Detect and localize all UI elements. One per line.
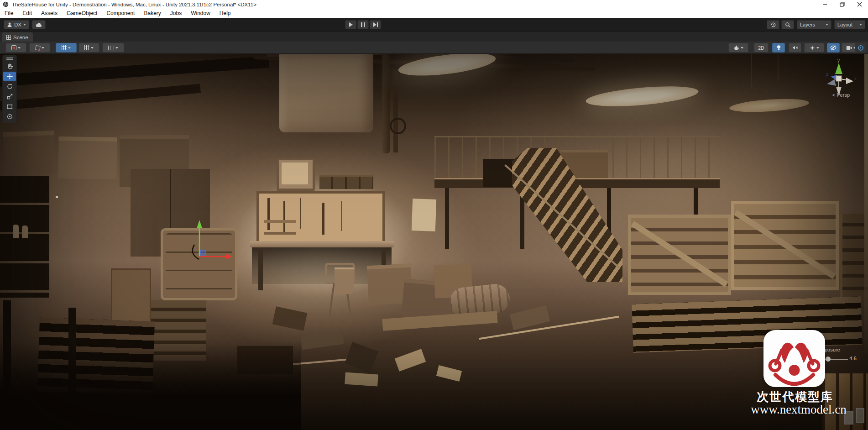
debug-validate-dropdown[interactable] [728, 43, 748, 52]
scene-lit-wall-edge [864, 54, 868, 357]
gizmo-plane-handle[interactable] [200, 250, 205, 255]
lightmap-preview-dropdown[interactable] [78, 43, 99, 52]
layers-label: Layers [800, 22, 815, 27]
window-title: TheSafeHouse for Unity - Demonstration -… [12, 2, 256, 7]
2d-toggle[interactable]: 2D [754, 43, 769, 52]
tool-strip-handle[interactable] [6, 58, 13, 60]
scene-lighting-toggle[interactable] [772, 43, 785, 52]
step-button[interactable] [370, 20, 381, 29]
account-dropdown[interactable]: DX [4, 20, 29, 29]
scene-debris [510, 305, 550, 330]
scene-chain [751, 54, 752, 88]
gizmo-y-cone[interactable] [835, 63, 842, 74]
axis-x-label: x [854, 76, 857, 81]
menu-component[interactable]: Component [106, 10, 135, 16]
layout-dropdown[interactable]: Layout [834, 20, 865, 29]
exposure-value: 4.6 [849, 356, 857, 361]
play-icon [349, 22, 353, 27]
person-icon [7, 22, 12, 27]
rotate-tool[interactable] [3, 82, 16, 91]
camera-projection-label[interactable]: < Persp [832, 92, 850, 98]
tab-bar: Scene [0, 31, 868, 42]
menu-window[interactable]: Window [191, 10, 210, 16]
move-arrows-icon [6, 73, 13, 80]
scene-light-probe-dot [56, 196, 58, 198]
snap-ruler-icon [108, 46, 114, 50]
scene-bucket [335, 267, 354, 294]
skybox-fx-dropdown[interactable] [29, 43, 50, 52]
scene-pipe-vertical [382, 54, 390, 153]
unity-app-icon [3, 1, 9, 7]
audio-muted-icon [792, 45, 798, 50]
undo-history-button[interactable] [767, 20, 779, 29]
scene-view-toolbar: 2D [0, 42, 868, 54]
chevron-down-icon [18, 47, 21, 49]
scene-pegboard [256, 191, 385, 246]
menu-assets[interactable]: Assets [41, 10, 58, 16]
chevron-down-icon [91, 47, 94, 49]
chevron-down-icon [816, 47, 819, 49]
view-hand-tool[interactable] [3, 62, 16, 71]
effects-dropdown[interactable] [804, 43, 824, 52]
cloud-services-button[interactable] [32, 20, 46, 29]
menu-file[interactable]: File [5, 10, 13, 16]
search-button[interactable] [781, 20, 794, 29]
layers-dropdown[interactable]: Layers [797, 20, 831, 29]
step-icon [373, 22, 378, 27]
scene-bottle [13, 225, 19, 238]
move-tool[interactable] [3, 72, 16, 81]
lightmap-grid-icon [84, 45, 89, 50]
bug-icon [733, 45, 739, 51]
tab-scene[interactable]: Scene [2, 32, 33, 42]
restore-icon [840, 2, 845, 7]
2d-label: 2D [758, 45, 764, 51]
menu-bar: File Edit Assets GameObject Component Ba… [0, 9, 868, 18]
gizmo-x-cone[interactable] [846, 78, 853, 84]
scene-workbench-leg [258, 247, 263, 290]
audio-toggle[interactable] [789, 43, 801, 52]
menu-gameobject[interactable]: GameObject [67, 10, 97, 16]
play-controls [345, 20, 381, 29]
scene-visibility-toggle[interactable] [827, 43, 840, 52]
grid-visibility-dropdown[interactable] [56, 43, 77, 52]
scene-wall-paper [412, 199, 436, 231]
menu-help[interactable]: Help [220, 10, 231, 16]
scene-debris [272, 306, 308, 331]
menu-bakery[interactable]: Bakery [144, 10, 161, 16]
pause-button[interactable] [357, 20, 369, 29]
gizmo-orbit-button[interactable] [855, 43, 866, 52]
scene-bottle [22, 225, 28, 238]
scene-viewport[interactable]: y x z < Persp posure 4.6 [0, 54, 868, 430]
snap-settings-dropdown[interactable] [102, 43, 124, 52]
scene-chain [778, 54, 779, 81]
close-button[interactable] [851, 0, 868, 9]
chevron-down-icon [859, 24, 862, 26]
transform-icon [6, 113, 13, 120]
move-gizmo[interactable] [192, 218, 237, 262]
scene-ceiling-beam [0, 56, 269, 87]
grid-axis-icon [62, 45, 67, 50]
scene-paper-debris [395, 349, 426, 371]
transform-tool[interactable] [3, 112, 16, 121]
eye-slash-icon [830, 45, 837, 50]
scene-picture-frame [844, 411, 853, 425]
draw-mode-dropdown[interactable] [5, 43, 26, 52]
menu-edit[interactable]: Edit [22, 10, 32, 16]
minimize-button[interactable] [816, 0, 833, 9]
scene-workbench [250, 241, 394, 247]
scene-debris [300, 330, 344, 350]
scene-debris [345, 342, 378, 373]
scene-paper-debris [345, 372, 378, 387]
scale-tool[interactable] [3, 92, 16, 101]
restore-button[interactable] [833, 0, 851, 9]
chevron-down-icon [826, 24, 828, 26]
exposure-slider-knob[interactable] [826, 357, 831, 362]
play-button[interactable] [345, 20, 356, 29]
search-icon [785, 22, 791, 28]
exposure-label: posure [825, 347, 840, 352]
rect-tool[interactable] [3, 102, 16, 111]
scene-paper-debris [436, 365, 462, 382]
scene-cardboard-box [3, 131, 55, 175]
menu-jobs[interactable]: Jobs [170, 10, 182, 16]
scene-wooden-crate [628, 215, 731, 295]
